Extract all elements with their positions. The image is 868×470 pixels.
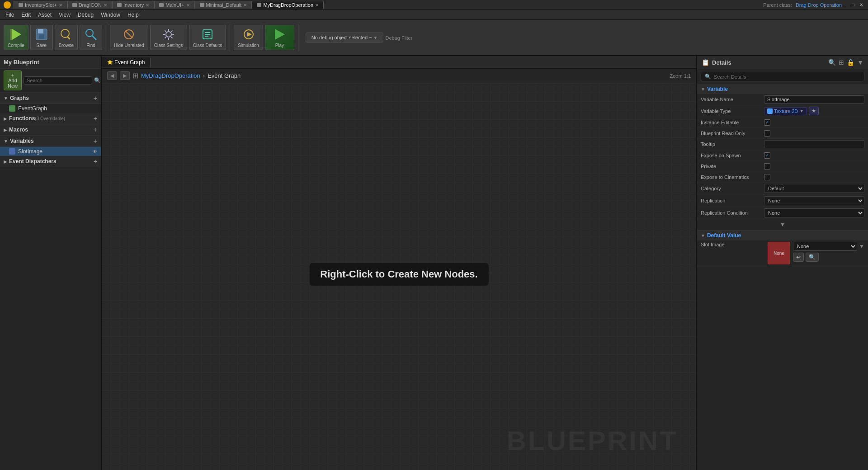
hide-unrelated-button[interactable]: Hide Unrelated	[110, 25, 148, 50]
functions-arrow-icon: ▶	[4, 116, 7, 121]
tab-icon	[19, 3, 23, 7]
expose-on-spawn-row: Expose on Spawn	[697, 150, 868, 161]
graphs-add-button[interactable]: +	[94, 94, 97, 102]
tooltip-input[interactable]	[764, 140, 864, 148]
tab-close[interactable]: ✕	[243, 3, 247, 8]
slotimage-variable-item[interactable]: SlotImage 👁	[0, 147, 101, 156]
svg-line-8	[92, 36, 96, 40]
replication-condition-select[interactable]: None	[764, 208, 864, 217]
svg-marker-0	[12, 29, 21, 40]
minimize-button[interactable]: _	[842, 2, 848, 8]
breadcrumb-root[interactable]: MyDragDropOperation	[141, 72, 200, 79]
menu-asset[interactable]: Asset	[34, 11, 55, 19]
simulation-button[interactable]: Simulation	[234, 25, 263, 50]
tab-close[interactable]: ✕	[186, 3, 190, 8]
save-button[interactable]: Save	[30, 25, 53, 50]
toolbar-separator-1	[106, 24, 106, 51]
instance-editable-checkbox[interactable]	[764, 119, 770, 126]
private-value	[764, 163, 864, 169]
debug-object-dropdown[interactable]: No debug object selected ~ ▼	[306, 33, 384, 42]
dispatchers-add-button[interactable]: +	[94, 158, 97, 165]
default-value-section: ▼ Default Value Slot Image None None	[697, 230, 868, 266]
search-button[interactable]: 🔍	[94, 77, 101, 84]
tab-close[interactable]: ✕	[59, 3, 62, 8]
private-checkbox[interactable]	[764, 163, 770, 169]
search-details-input[interactable]	[714, 74, 860, 80]
find-icon	[84, 27, 98, 42]
variable-name-input[interactable]	[764, 95, 864, 103]
tab-mydragdropoperation[interactable]: MyDragDropOperation ✕	[252, 1, 324, 9]
variable-section-header[interactable]: ▼ Variable	[697, 84, 868, 94]
tab-icon	[117, 3, 122, 7]
maximize-button[interactable]: □	[850, 2, 856, 8]
tab-icon	[257, 3, 261, 7]
default-value-section-header[interactable]: ▼ Default Value	[697, 230, 868, 240]
tab-mainui[interactable]: MainUI+ ✕	[154, 1, 194, 9]
menu-debug[interactable]: Debug	[74, 11, 97, 19]
expose-to-cinematics-checkbox[interactable]	[764, 174, 770, 180]
add-new-button[interactable]: + Add New	[4, 70, 22, 90]
class-settings-label: Class Settings	[154, 43, 183, 48]
event-graph-item[interactable]: EventGraph	[0, 104, 101, 113]
tab-icon	[72, 3, 77, 7]
find-button[interactable]: Find	[80, 25, 102, 50]
browse-button[interactable]: Browse	[55, 25, 78, 50]
event-dispatchers-section-header[interactable]: ▶ Event Dispatchers +	[0, 156, 101, 167]
parent-class-value[interactable]: Drag Drop Operation	[796, 2, 842, 8]
play-button[interactable]: Play	[265, 25, 294, 50]
variables-section-header[interactable]: ▼ Variables +	[0, 136, 101, 147]
tab-inventory[interactable]: Inventory ✕	[112, 1, 154, 9]
tab-minimal-default[interactable]: Minimal_Default ✕	[195, 1, 252, 9]
tab-close[interactable]: ✕	[104, 3, 107, 8]
breadcrumb-grid-icon: ⊞	[132, 71, 138, 80]
class-settings-button[interactable]: Class Settings	[150, 25, 187, 50]
tab-dragicon[interactable]: DragICON ✕	[67, 1, 112, 9]
variable-type-button[interactable]: Texture 2D ▼	[764, 107, 807, 115]
details-lock-icon[interactable]: 🔒	[847, 59, 854, 66]
slot-image-reset-button[interactable]: ↩	[793, 253, 804, 262]
svg-point-7	[86, 29, 93, 37]
variable-type-star-button[interactable]: ★	[809, 107, 819, 115]
slot-image-browse-button[interactable]: 🔍	[806, 253, 819, 262]
menu-window[interactable]: Window	[97, 11, 124, 19]
tab-close[interactable]: ✕	[146, 3, 149, 8]
variables-add-button[interactable]: +	[94, 137, 97, 145]
canvas-hint: Right-Click to Create New Nodes.	[309, 263, 488, 286]
breadcrumb-current: Event Graph	[208, 72, 241, 79]
graphs-section-header[interactable]: ▼ Graphs +	[0, 93, 101, 104]
menu-help[interactable]: Help	[124, 11, 142, 19]
details-grid-icon[interactable]: ⊞	[839, 59, 844, 66]
details-header: 📋 Details 🔍 ⊞ 🔒 ▼	[697, 56, 868, 69]
menu-file[interactable]: File	[2, 11, 18, 19]
search-details-box[interactable]: 🔍	[701, 72, 864, 81]
macros-section-header[interactable]: ▶ Macros +	[0, 124, 101, 136]
menu-view[interactable]: View	[55, 11, 74, 19]
expose-to-cinematics-value	[764, 174, 864, 180]
menu-edit[interactable]: Edit	[18, 11, 34, 19]
category-select[interactable]: Default	[764, 184, 864, 193]
search-input[interactable]	[24, 76, 92, 85]
debug-filter-label: Debug Filter	[385, 35, 412, 41]
tab-inventoryslot[interactable]: InventorySlot+ ✕	[14, 1, 67, 9]
functions-add-button[interactable]: +	[94, 115, 97, 122]
details-menu-icon[interactable]: ▼	[857, 59, 863, 66]
details-search-icon[interactable]: 🔍	[828, 59, 836, 66]
breadcrumb-back-button[interactable]: ◀	[107, 71, 117, 80]
blueprint-canvas[interactable]: Right-Click to Create New Nodes. BLUEPRI…	[102, 83, 696, 470]
functions-section-header[interactable]: ▶ Functions (3 Overridable) +	[0, 113, 101, 124]
expand-row[interactable]: ▼	[697, 219, 868, 230]
breadcrumb-forward-button[interactable]: ▶	[120, 71, 130, 80]
event-graph-tab[interactable]: ⭐ Event Graph	[102, 57, 151, 67]
tab-close[interactable]: ✕	[315, 3, 319, 8]
compile-button[interactable]: Compile	[4, 25, 28, 50]
slot-image-preview[interactable]: None	[768, 242, 790, 264]
close-button[interactable]: ✕	[858, 2, 864, 8]
expose-on-spawn-checkbox[interactable]	[764, 152, 770, 159]
replication-select[interactable]: None	[764, 196, 864, 205]
slot-image-controls: None ▼ ↩ 🔍	[793, 242, 864, 262]
dispatchers-arrow-icon: ▶	[4, 159, 7, 164]
macros-add-button[interactable]: +	[94, 126, 97, 133]
class-defaults-button[interactable]: Class Defaults	[189, 25, 226, 50]
blueprint-read-only-checkbox[interactable]	[764, 130, 770, 136]
slot-image-select[interactable]: None	[793, 242, 857, 251]
